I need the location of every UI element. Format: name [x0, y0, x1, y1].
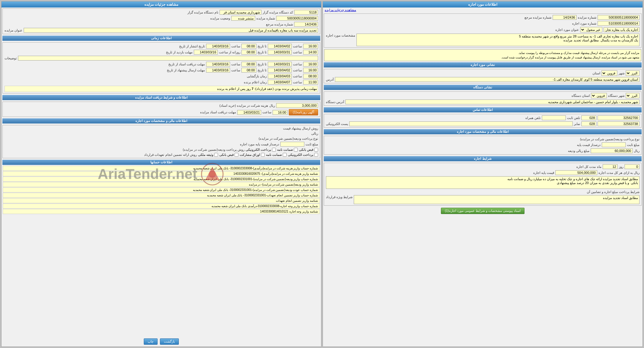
- guarantee-checkbox[interactable]: [294, 148, 298, 152]
- offer-label: مهلت ارسال پیشنهاد از تاریخ: [167, 68, 205, 72]
- subject-input[interactable]: [604, 27, 640, 32]
- print-button[interactable]: چاپ: [144, 338, 158, 345]
- left-panel-title: اطلاعات مورد اجاره: [323, 1, 643, 7]
- auction-detail-link[interactable]: مشاهده جزئیات مزایده: [325, 8, 356, 12]
- fax-code-input[interactable]: [581, 121, 596, 126]
- back-button[interactable]: بازگشت: [160, 338, 179, 345]
- mobile-input[interactable]: [542, 115, 566, 120]
- accounts-section: شماره حساب واریز هزینه شرکت در مزایده(در…: [1, 165, 321, 214]
- sale-end-time[interactable]: [303, 50, 318, 55]
- doc-start-time[interactable]: [241, 62, 256, 67]
- agency-code-input[interactable]: [294, 10, 318, 15]
- publish-start-time[interactable]: [241, 44, 256, 49]
- right-percent-label: درصداز قیمت پایه مورد اجاره: [240, 142, 279, 146]
- agency-address-label: آدرس دستگاه: [326, 100, 344, 104]
- base-price-input[interactable]: [555, 170, 597, 175]
- city-select[interactable]: البرز: [626, 70, 640, 76]
- duration-months-input[interactable]: [603, 164, 618, 169]
- ref-number-label: شماره مزایده مرجع: [524, 16, 551, 19]
- right-ref-input[interactable]: [294, 22, 318, 27]
- doc-label: مهلت دریافت اسناد از تاریخ: [168, 62, 205, 66]
- fixed-label: مبلغ ثابت: [627, 143, 640, 147]
- fee-input[interactable]: [276, 103, 318, 108]
- special-conditions-textarea[interactable]: [354, 195, 640, 204]
- newspaper-btn[interactable]: آگهی روزنامه(1): [289, 109, 318, 115]
- province-select[interactable]: قزوین: [601, 70, 617, 76]
- doc-start-date[interactable]: [206, 62, 230, 67]
- contract-property[interactable]: [214, 153, 218, 157]
- deadline-date[interactable]: [237, 110, 261, 115]
- agency-city-select[interactable]: البرز: [626, 93, 640, 98]
- cash-checkbox[interactable]: [314, 148, 318, 152]
- winner-time[interactable]: [303, 80, 318, 85]
- agency-city-label: شهر دستگاه: [608, 94, 625, 98]
- publish-end-date[interactable]: [268, 44, 292, 49]
- contact-section: تلفن ثابت تلفن همراه نمابر پست الکترونیک…: [324, 114, 642, 128]
- time-label-1: ساعت: [293, 44, 302, 48]
- publish-end-time[interactable]: [303, 44, 318, 49]
- agency-name-input[interactable]: [220, 10, 261, 15]
- amount-currency: ریال: [634, 149, 640, 153]
- agency-code-label: کد دستگاه مزایده گزار: [263, 10, 293, 14]
- ref-number-input[interactable]: [553, 15, 577, 20]
- deadline-time[interactable]: [273, 110, 288, 115]
- description-textarea[interactable]: [356, 34, 640, 46]
- right-percent-input[interactable]: [280, 142, 304, 147]
- right-basic-section: کد دستگاه مزایده گزار نام دستگاه مزایده …: [2, 8, 320, 34]
- phone-code-input[interactable]: [581, 115, 596, 120]
- timing-section: ساعت تا تاریخ ساعت تاریخ انتشار از تاریخ…: [2, 42, 320, 94]
- open-date[interactable]: [268, 74, 292, 79]
- contract-bonds[interactable]: [261, 153, 265, 157]
- phone-input[interactable]: [598, 115, 640, 120]
- subject-type-select[interactable]: غیر منقول: [580, 27, 602, 32]
- time-label-11: ساعت: [262, 110, 271, 114]
- doc-end-time[interactable]: [303, 62, 318, 67]
- notes-input[interactable]: [18, 56, 318, 61]
- agency-province-select[interactable]: قزوین: [591, 93, 607, 98]
- open-label: زمان بازگشایی: [247, 74, 267, 78]
- email-label: پست الکترونیکی: [326, 122, 348, 126]
- guarantee-label: ضمانت نامه: [277, 148, 298, 152]
- offer-end-time[interactable]: [303, 68, 318, 73]
- contract-electronic[interactable]: [314, 153, 318, 157]
- sale-start-date[interactable]: [194, 50, 218, 55]
- docs-title: اطلاعات و شرایط دریافت اسناد مزایده: [2, 95, 320, 100]
- publish-start-date[interactable]: [206, 44, 230, 49]
- auction-number-input[interactable]: [598, 15, 640, 20]
- offer-end-date[interactable]: [268, 68, 292, 73]
- contract-note: مهلت زمانی پذیرش برنده بودن (عقد قرارداد…: [217, 87, 317, 91]
- agency-section: البرز شهر دستگاه قزوین استان دستگاه آدرس…: [324, 91, 642, 106]
- email-input[interactable]: [349, 121, 573, 126]
- offer-start-date[interactable]: [206, 68, 230, 73]
- account-row-8: شناسه واریز وجه اجاره 14033300814010121: [3, 209, 320, 214]
- status-input[interactable]: [231, 16, 255, 21]
- offer-start-time[interactable]: [241, 68, 256, 73]
- right-deposit-label: نوع پرداخت ودیعه(تضمین شرکت در مزایده): [258, 137, 318, 141]
- rent-number-input[interactable]: [598, 21, 640, 26]
- open-time[interactable]: [303, 74, 318, 79]
- title-input[interactable]: [24, 28, 318, 33]
- amount-input[interactable]: [591, 148, 633, 153]
- agency-name-label: نام دستگاه مزایده گزار: [188, 10, 218, 14]
- contract-guarantee[interactable]: [283, 153, 287, 157]
- right-panel: مشاهده جزئیات مزایده کد دستگاه مزایده گز…: [1, 1, 321, 347]
- sale-start-time[interactable]: [241, 50, 256, 55]
- agency-address-input[interactable]: [345, 100, 640, 104]
- docs-button[interactable]: اسناد پیوستی مشخصات و شرایط عمومی مورد ا…: [441, 208, 524, 214]
- percent-input[interactable]: [602, 142, 626, 147]
- right-ref-label: شماره مزایده مرجع: [266, 22, 293, 26]
- time-label-8: ساعت: [231, 68, 240, 72]
- right-auction-number[interactable]: [276, 16, 318, 21]
- fax-input[interactable]: [598, 121, 640, 126]
- sale-end-date[interactable]: [268, 50, 292, 55]
- deadline-label: مهلت دریافت اسناد مزایده: [200, 110, 236, 114]
- address-input[interactable]: [335, 77, 640, 82]
- conditions-textarea[interactable]: [326, 176, 640, 189]
- agency-province-label: استان دستگاه: [572, 94, 590, 98]
- winner-date[interactable]: [268, 80, 292, 85]
- duration-days-input[interactable]: [625, 164, 640, 169]
- fax-label: نمابر: [574, 122, 580, 126]
- contract-cash[interactable]: [235, 153, 238, 157]
- doc-end-date[interactable]: [268, 62, 292, 67]
- electronic-checkbox[interactable]: [272, 148, 276, 152]
